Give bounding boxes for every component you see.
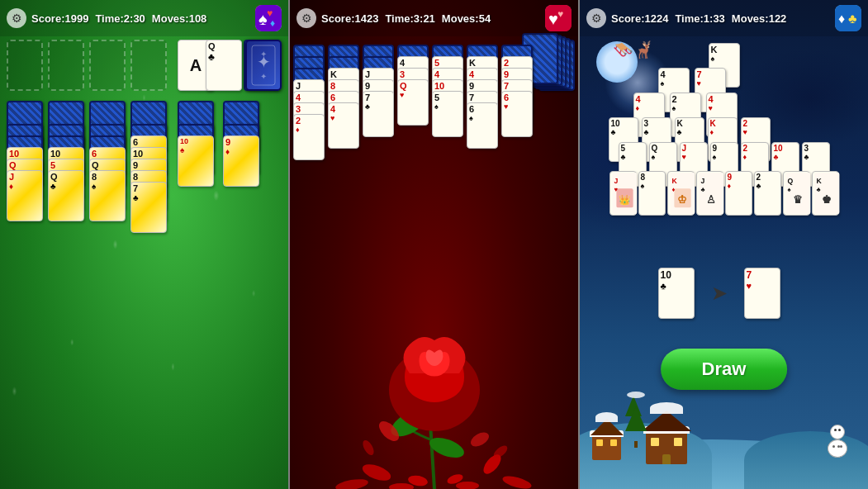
panel-spider-rose: ⚙ Score:1423 Time:3:21 Moves:54 ♥ ♥: [290, 0, 578, 489]
header-bar-2: ⚙ Score:1423 Time:3:21 Moves:54 ♥ ♥: [290, 0, 578, 36]
spider-col-5: 5♥ 4♠ 10♥ 5♠: [432, 45, 463, 137]
bottom-card-1[interactable]: 10♣: [658, 268, 695, 319]
q-clubs-card[interactable]: Q ♣: [206, 40, 242, 91]
score-label-2: Score:1423: [321, 12, 378, 25]
svg-text:✦: ✦: [260, 50, 267, 59]
card-qc[interactable]: Q♣: [48, 170, 84, 221]
s-card-7c[interactable]: 7♣: [363, 91, 394, 137]
game-icon-2[interactable]: ♥ ♥: [545, 5, 572, 31]
svg-text:✦: ✦: [260, 72, 267, 81]
svg-point-24: [389, 483, 414, 489]
s-card-5s[interactable]: 5♠: [432, 91, 463, 137]
score-label-3: Score:1224: [611, 12, 668, 25]
gear-icon-3[interactable]: ⚙: [586, 8, 606, 28]
draw-button[interactable]: Draw: [661, 349, 788, 390]
house-1: [592, 435, 621, 460]
arrow-icon: ➤: [711, 282, 728, 305]
header-bar-3: ⚙ Score:1224 Time:1:33 Moves:122 ♦ ♣: [580, 0, 868, 36]
svg-point-22: [334, 477, 368, 489]
svg-point-23: [501, 474, 533, 489]
gear-icon-2[interactable]: ⚙: [296, 8, 316, 28]
svg-text:♣: ♣: [848, 12, 857, 26]
s-card-2[interactable]: 2♦: [293, 114, 325, 160]
svg-text:♔: ♔: [677, 193, 687, 206]
card-7c[interactable]: 7♣: [130, 182, 167, 233]
time-label-2: Time:3:21: [385, 12, 434, 25]
p-j3[interactable]: J♣♙: [696, 171, 723, 216]
score-label-1: Score:1999: [31, 12, 88, 25]
foundation-slot-3[interactable]: [89, 40, 126, 91]
time-label-1: Time:2:30: [95, 12, 145, 25]
spider-col-3: J♣ 9♣ 7♣: [363, 45, 394, 137]
spider-col-1: J♠ 4♥ 3♦ 2♦: [293, 45, 325, 160]
card-9d[interactable]: 9♦: [223, 135, 259, 187]
game-area-1: A Q ♣ ✦ ✦ ✦ 10♦: [0, 36, 288, 489]
p-8[interactable]: 8♠: [638, 171, 666, 216]
svg-text:♦: ♦: [270, 17, 275, 29]
p-2b[interactable]: 2♣: [754, 171, 781, 216]
column-3: 6♥ Q♠ 8♠: [89, 101, 126, 210]
s-card-q[interactable]: Q♥: [397, 79, 429, 126]
foundation-slot-1[interactable]: [7, 40, 43, 91]
moves-label-2: Moves:54: [442, 12, 491, 25]
svg-point-25: [456, 482, 479, 489]
column-5: 10♠: [178, 101, 214, 175]
santa-sleigh-icon: 🦌🛷: [613, 40, 654, 59]
svg-text:♦: ♦: [838, 12, 845, 26]
s-card-4b[interactable]: 4♥: [328, 102, 359, 149]
svg-text:♣: ♣: [816, 186, 820, 193]
panel-pyramid-winter: 🦌🛷 ⚙ Score:1224 Time:1:33 Moves:122 ♦ ♣ …: [580, 0, 868, 489]
header-stats-2: Score:1423 Time:3:21 Moves:54: [321, 12, 540, 25]
tree-1: [625, 396, 647, 448]
card-jd[interactable]: J♦: [7, 170, 43, 221]
card-10sp[interactable]: 10♠: [178, 135, 214, 187]
column-2: 10♣ 5♦ Q♣: [48, 101, 84, 210]
header-stats-1: Score:1999 Time:2:30 Moves:108: [31, 12, 250, 25]
moves-label-1: Moves:108: [152, 12, 206, 25]
spider-col-4: 4♣ 3♦ Q♥: [397, 45, 429, 126]
svg-text:♚: ♚: [822, 193, 832, 206]
foundation-slot-4[interactable]: [130, 40, 167, 91]
svg-text:♛: ♛: [793, 193, 803, 206]
p-kb[interactable]: K♣♚: [812, 171, 839, 216]
svg-text:♥: ♥: [557, 8, 563, 20]
gear-icon-1[interactable]: ⚙: [7, 8, 26, 28]
svg-text:♙: ♙: [706, 193, 716, 206]
card-back-special[interactable]: ✦ ✦ ✦: [245, 40, 282, 91]
s-card-6h[interactable]: 6♥: [501, 91, 533, 137]
s-card-6c[interactable]: 6♠: [467, 102, 498, 149]
bottom-cards-area: 10♣ ➤ 7♥: [658, 268, 780, 319]
svg-text:Q: Q: [787, 177, 793, 185]
bottom-card-2[interactable]: 7♥: [744, 268, 780, 319]
p-k4[interactable]: K♦♔: [667, 171, 695, 216]
game-icon-3[interactable]: ♦ ♣: [835, 5, 861, 31]
svg-text:♣: ♣: [700, 186, 704, 193]
svg-point-20: [360, 439, 376, 457]
card-8s-1[interactable]: 8♠: [89, 170, 126, 221]
panel-spider-green: ⚙ Score:1999 Time:2:30 Moves:108 ♠ ♥ ♦: [0, 0, 288, 489]
pyramid-row-6: J♥👑 8♠ K♦♔ J♣♙ 9♦ 2♣ Q♠♛ K♣♚: [581, 171, 866, 216]
game-icon-1[interactable]: ♠ ♥ ♦: [255, 5, 282, 31]
p-qb[interactable]: Q♠♛: [783, 171, 810, 216]
rose-decoration: [319, 225, 550, 489]
svg-text:👑: 👑: [619, 194, 631, 206]
game-area-3: K♠ 4♠ 7♥ 4♦ 2♠ 4♥ 10♣ 3♣ K♣ K♦ 2♥: [580, 36, 868, 489]
p-9b[interactable]: 9♦: [725, 171, 752, 216]
game-area-2: J♠ 4♥ 3♦ 2♦ K♠ 8♥ 6♥ 4♥ J♣ 9♣ 7♣ 4♣ 3♦: [290, 36, 578, 489]
foundation-slot-2[interactable]: [48, 40, 84, 91]
header-bar-1: ⚙ Score:1999 Time:2:30 Moves:108 ♠ ♥ ♦: [0, 0, 288, 36]
snowman-icon: [828, 425, 847, 458]
header-stats-3: Score:1224 Time:1:33 Moves:122: [611, 12, 830, 25]
svg-text:K: K: [816, 177, 822, 185]
spider-col-6: K♣ 4♦ 9♣ 7♦ 6♠: [467, 45, 498, 149]
time-label-3: Time:1:33: [675, 12, 724, 25]
moves-label-3: Moves:122: [732, 12, 786, 25]
column-1: 10♦ Q♥ J♦: [7, 101, 43, 210]
svg-point-15: [468, 430, 491, 449]
spider-col-7: 2♦ 9♥ 7♥ 6♥: [501, 45, 533, 137]
snow-hill-3: [744, 431, 868, 489]
svg-text:J: J: [700, 177, 704, 185]
p-j2[interactable]: J♥👑: [609, 171, 637, 216]
house-2: [646, 431, 687, 464]
column-6: 9♦: [223, 101, 259, 175]
